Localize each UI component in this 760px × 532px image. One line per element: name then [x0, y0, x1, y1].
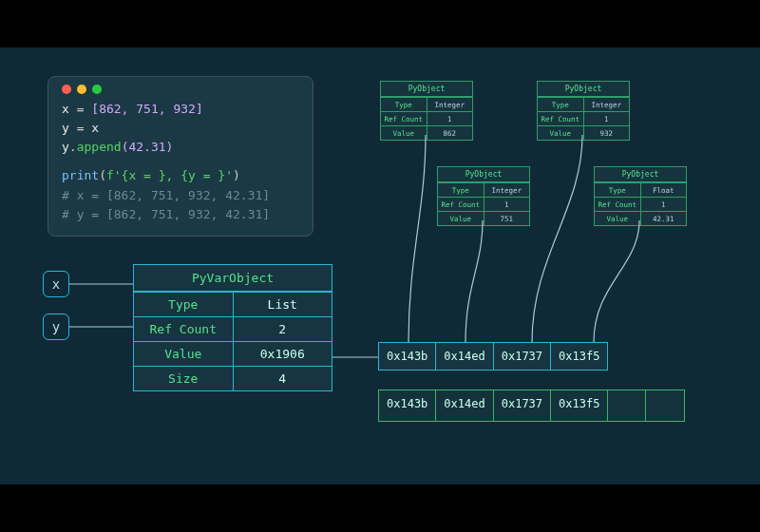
pyvar-value-val: 0x1906 [233, 342, 332, 366]
pyvar-value-key: Value [134, 342, 233, 366]
buf-cell-0: 0x143b [379, 390, 436, 421]
ptr-cell-0: 0x143b [379, 343, 436, 370]
pyvar-type-key: Type [134, 293, 233, 316]
diagram-stage: x = [862, 751, 932] y = x y.append(42.31… [0, 48, 760, 484]
pyvar-type-val: List [233, 293, 332, 316]
pointer-array: 0x143b 0x14ed 0x1737 0x13f5 [378, 342, 608, 370]
pyvar-size-key: Size [134, 367, 233, 390]
pyobject-751: PyObject TypeInteger Ref Count1 Value751 [437, 166, 530, 226]
code-comment-1: # x = [862, 751, 932, 42.31] [62, 186, 299, 205]
pyvar-rc-key: Ref Count [134, 317, 233, 341]
code-comment-2: # y = [862, 751, 932, 42.31] [62, 205, 299, 224]
buf-cell-4 [608, 390, 646, 421]
pyobject-862: PyObject TypeInteger Ref Count1 Value862 [380, 81, 473, 141]
code-line-3: y.append(42.31) [62, 138, 299, 157]
code-editor: x = [862, 751, 932] y = x y.append(42.31… [48, 76, 314, 237]
buf-cell-1: 0x14ed [436, 390, 493, 421]
pyvarobject-title: PyVarObject [134, 265, 332, 292]
ptr-cell-1: 0x14ed [436, 343, 493, 370]
close-icon [62, 85, 71, 94]
code-line-1: x = [862, 751, 932] [62, 100, 299, 119]
variable-x-badge: x [43, 271, 69, 297]
pyobject-4231: PyObject TypeFloat Ref Count1 Value42.31 [594, 166, 687, 226]
minimize-icon [77, 85, 86, 94]
zoom-icon [92, 85, 102, 94]
buf-cell-2: 0x1737 [494, 390, 551, 421]
pyobject-932: PyObject TypeInteger Ref Count1 Value932 [537, 81, 630, 141]
buffer-array: 0x143b 0x14ed 0x1737 0x13f5 [378, 390, 685, 422]
ptr-cell-2: 0x1737 [494, 343, 551, 370]
pyvarobject-table: PyVarObject TypeList Ref Count2 Value0x1… [133, 264, 332, 391]
ptr-cell-3: 0x13f5 [551, 343, 607, 370]
window-controls [62, 85, 299, 94]
code-line-4: print(f'{x = }, {y = }') [62, 166, 299, 185]
variable-y-badge: y [43, 314, 69, 340]
pyvar-size-val: 4 [233, 367, 332, 390]
buf-cell-5 [646, 390, 684, 421]
buf-cell-3: 0x13f5 [551, 390, 608, 421]
code-line-2: y = x [62, 119, 299, 138]
pyvar-rc-val: 2 [233, 317, 332, 341]
